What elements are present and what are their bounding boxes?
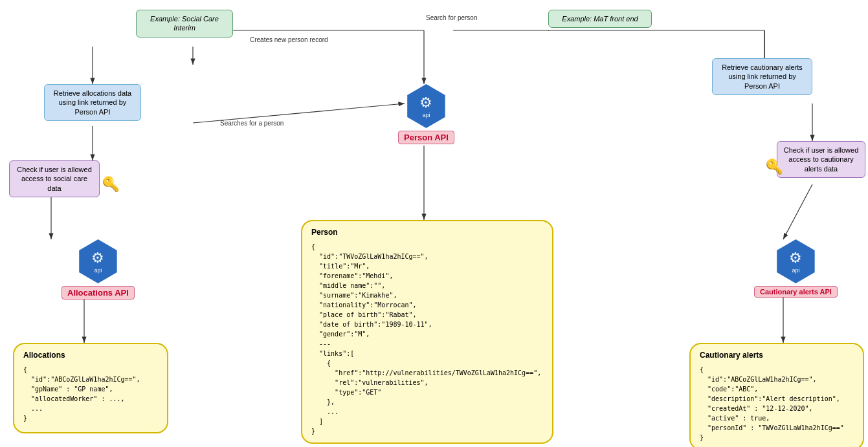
allocations-api-hex: ⚙ api xyxy=(76,239,120,283)
mat-front-end-example-label: Example: MaT front end xyxy=(562,15,638,23)
person-api-label: Person API xyxy=(398,131,454,144)
check-social-care-box: Check if user is allowed access to socia… xyxy=(9,160,100,197)
person-data-box: Person { "id":"TWVoZGlLaW1ha2hICg==", "t… xyxy=(301,220,553,444)
retrieve-allocations-label: Retrieve allocations data using link ret… xyxy=(54,89,131,116)
key-social-care-icon: 🔑 xyxy=(102,176,120,193)
person-data-content: { "id":"TWVoZGlLaW1ha2hICg==", "title":"… xyxy=(311,242,543,436)
social-care-example-box: Example: Social Care Interim xyxy=(136,10,233,38)
social-care-example-label: Example: Social Care Interim xyxy=(150,15,219,32)
search-for-person-label: Search for person xyxy=(426,14,478,21)
retrieve-allocations-box: Retrieve allocations data using link ret… xyxy=(44,84,141,121)
cautionary-api-label: Cautionary alerts API xyxy=(754,286,838,298)
check-cautionary-label: Check if user is allowed access to cauti… xyxy=(784,146,859,173)
retrieve-cautionary-label: Retrieve cautionary alerts using link re… xyxy=(722,63,803,90)
person-api-icon: ⚙ xyxy=(419,94,432,111)
cautionary-api-hex: ⚙ api xyxy=(773,239,818,283)
diagram: Example: Social Care Interim Example: Ma… xyxy=(0,0,868,447)
cautionary-api-icon: ⚙ xyxy=(789,250,802,267)
cautionary-api-hex-label: api xyxy=(792,267,799,274)
person-api-node: ⚙ api Person API xyxy=(398,84,454,144)
check-social-care-label: Check if user is allowed access to socia… xyxy=(17,166,92,192)
cautionary-data-content: { "id":"ABCoZGlLaW1ha2hICg==", "code":"A… xyxy=(700,365,854,442)
mat-front-end-example-box: Example: MaT front end xyxy=(548,10,652,28)
cautionary-api-node: ⚙ api Cautionary alerts API xyxy=(754,239,838,298)
allocations-data-box: Allocations { "id":"ABCoZGlLaW1ha2hICg==… xyxy=(13,343,168,433)
key-cautionary-icon: 🔑 xyxy=(766,158,783,175)
person-data-title: Person xyxy=(311,228,543,238)
person-api-hex-label: api xyxy=(422,112,430,118)
cautionary-data-box: Cautionary alerts { "id":"ABCoZGlLaW1ha2… xyxy=(689,343,864,447)
allocations-data-content: { "id":"ABCoZGlLaW1ha2hICg==", "gpName" … xyxy=(23,365,158,423)
cautionary-data-title: Cautionary alerts xyxy=(700,351,854,361)
allocations-data-title: Allocations xyxy=(23,351,158,361)
searches-person-label: Searches for a person xyxy=(220,120,284,127)
creates-record-label: Creates new person record xyxy=(250,36,328,43)
retrieve-cautionary-box: Retrieve cautionary alerts using link re… xyxy=(712,58,812,95)
allocations-api-icon: ⚙ xyxy=(91,250,104,267)
person-api-hex: ⚙ api xyxy=(404,84,448,128)
svg-line-14 xyxy=(783,184,812,239)
allocations-api-hex-label: api xyxy=(94,267,102,274)
check-cautionary-box: Check if user is allowed access to cauti… xyxy=(777,141,865,178)
allocations-api-label: Allocations API xyxy=(61,286,135,300)
allocations-api-node: ⚙ api Allocations API xyxy=(61,239,135,300)
